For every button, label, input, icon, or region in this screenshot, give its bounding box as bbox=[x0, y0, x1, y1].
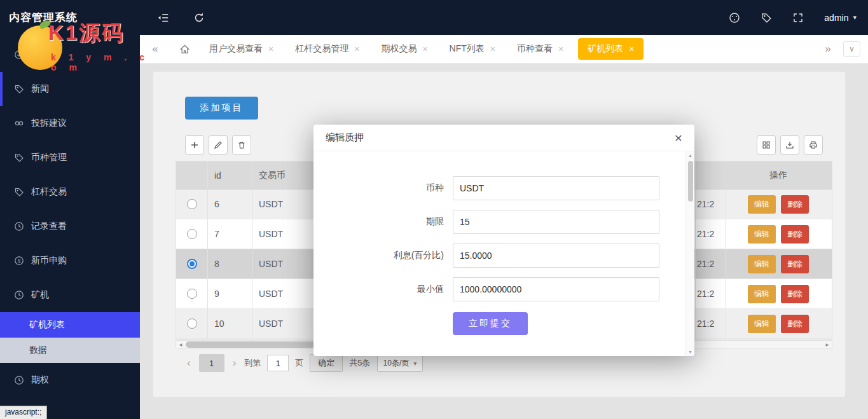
topbar-right-controls: admin ▾ bbox=[729, 0, 857, 35]
sidebar-item[interactable]: 期权 bbox=[0, 363, 140, 397]
cell-id: 7 bbox=[208, 219, 252, 249]
sidebar-item[interactable]: 投拆建议 bbox=[0, 106, 140, 141]
theme-icon[interactable] bbox=[729, 12, 740, 24]
cell-id: 9 bbox=[208, 279, 252, 308]
close-tab-icon[interactable]: × bbox=[558, 45, 563, 53]
fullscreen-icon[interactable] bbox=[792, 12, 804, 24]
close-tab-icon[interactable]: × bbox=[268, 45, 273, 53]
dialog-scrollbar[interactable]: ▲ ▼ bbox=[685, 151, 694, 356]
cell-id: 6 bbox=[208, 189, 252, 219]
cell-time: 21:2 bbox=[696, 279, 726, 308]
close-tab-icon[interactable]: × bbox=[629, 45, 634, 53]
row-radio[interactable] bbox=[187, 259, 197, 269]
delete-button[interactable]: 删除 bbox=[781, 255, 809, 273]
delete-button[interactable]: 删除 bbox=[781, 195, 809, 214]
edit-row-button[interactable] bbox=[209, 135, 228, 155]
close-dialog-icon[interactable]: × bbox=[675, 131, 682, 144]
row-radio[interactable] bbox=[187, 199, 197, 209]
scroll-tabs-right-button[interactable]: » bbox=[818, 43, 837, 55]
tab[interactable]: NFT列表 × bbox=[439, 35, 506, 63]
pagination: ‹ 1 › 到第 页 确定 共5条 10条/页 ▾ bbox=[185, 354, 423, 372]
scroll-right-arrow-icon[interactable]: ► bbox=[823, 342, 832, 348]
filter-columns-button[interactable] bbox=[757, 135, 776, 155]
dialog-scrollbar-thumb[interactable] bbox=[688, 161, 693, 202]
username: admin bbox=[824, 13, 848, 23]
tab-label: NFT列表 bbox=[450, 43, 485, 55]
field-input[interactable] bbox=[453, 277, 659, 301]
delete-button[interactable]: 删除 bbox=[781, 285, 809, 303]
per-page-select[interactable]: 10条/页 ▾ bbox=[377, 354, 424, 372]
sidebar-item[interactable]: 矿机 bbox=[0, 278, 140, 312]
edit-button[interactable]: 编辑 bbox=[748, 285, 776, 303]
dialog-title: 编辑质押 bbox=[326, 132, 364, 144]
cell-id: 8 bbox=[208, 249, 252, 278]
edit-button[interactable]: 编辑 bbox=[748, 225, 776, 244]
caret-down-icon: ▾ bbox=[853, 13, 857, 22]
sidebar-item[interactable]: 管理员 bbox=[0, 38, 140, 72]
scroll-left-arrow-icon[interactable]: ◄ bbox=[176, 342, 185, 348]
goto-label: 到第 bbox=[244, 357, 261, 369]
refresh-icon[interactable] bbox=[191, 0, 207, 35]
add-project-button[interactable]: 添加项目 bbox=[185, 97, 258, 120]
cell-time: 21:2 bbox=[696, 219, 726, 249]
sidebar-item[interactable]: 矿机列表 bbox=[0, 312, 140, 338]
row-radio[interactable] bbox=[187, 229, 197, 239]
edit-button[interactable]: 编辑 bbox=[748, 315, 776, 333]
app-title: 内容管理系统 bbox=[9, 0, 78, 35]
collapse-sidebar-icon[interactable] bbox=[155, 0, 172, 35]
tab[interactable]: 杠杆交易管理 × bbox=[284, 35, 370, 63]
delete-button[interactable]: 删除 bbox=[781, 315, 809, 333]
field-label: 期限 bbox=[313, 216, 453, 228]
delete-button[interactable]: 删除 bbox=[781, 225, 809, 244]
delete-row-button[interactable] bbox=[232, 135, 251, 155]
clock-icon bbox=[14, 290, 24, 300]
field-label: 最小值 bbox=[313, 284, 453, 295]
field-label: 币种 bbox=[313, 182, 453, 194]
field-input[interactable] bbox=[453, 244, 659, 268]
tab-label: 期权交易 bbox=[381, 43, 417, 55]
field-input[interactable] bbox=[453, 176, 659, 200]
sidebar-item-label: 矿机 bbox=[31, 289, 49, 301]
sidebar-item[interactable]: 新闻 bbox=[0, 72, 140, 106]
export-icon bbox=[785, 141, 794, 149]
export-button[interactable] bbox=[780, 135, 799, 155]
sidebar-item-label: 矿机列表 bbox=[29, 319, 65, 331]
close-tab-icon[interactable]: × bbox=[422, 45, 427, 53]
tag-icon bbox=[14, 187, 24, 197]
sidebar-item[interactable]: 币种管理 bbox=[0, 141, 140, 175]
confirm-page-button[interactable]: 确定 bbox=[310, 354, 343, 372]
print-button[interactable] bbox=[804, 135, 823, 155]
field-input[interactable] bbox=[453, 210, 659, 234]
tab[interactable]: 用户交易查看 × bbox=[198, 35, 284, 63]
scroll-up-arrow-icon[interactable]: ▲ bbox=[688, 151, 692, 160]
scroll-down-arrow-icon[interactable]: ▼ bbox=[688, 348, 692, 356]
sidebar-item-label: 投拆建议 bbox=[31, 118, 67, 129]
edit-button[interactable]: 编辑 bbox=[748, 195, 776, 214]
tab[interactable]: 期权交易 × bbox=[370, 35, 438, 63]
tab[interactable]: 币种查看 × bbox=[506, 35, 574, 63]
row-radio[interactable] bbox=[187, 289, 197, 299]
prev-page-button[interactable]: ‹ bbox=[185, 357, 193, 369]
tab-label: 用户交易查看 bbox=[209, 43, 263, 55]
submit-button[interactable]: 立即提交 bbox=[453, 312, 528, 335]
tab-menu-button[interactable]: ∨ bbox=[843, 41, 860, 57]
scroll-tabs-left-button[interactable]: « bbox=[140, 43, 170, 55]
close-tab-icon[interactable]: × bbox=[490, 45, 495, 53]
goto-page-input[interactable] bbox=[267, 355, 289, 371]
svg-text:$: $ bbox=[18, 258, 21, 264]
caret-down-icon: ▾ bbox=[413, 360, 417, 367]
tab[interactable]: 矿机列表 × bbox=[578, 38, 644, 60]
current-page-button[interactable]: 1 bbox=[199, 354, 224, 372]
tag-icon[interactable] bbox=[761, 12, 772, 24]
sidebar-item[interactable]: 数据 bbox=[0, 338, 140, 363]
row-radio[interactable] bbox=[187, 319, 197, 329]
sidebar-item[interactable]: $ 新币申购 bbox=[0, 244, 140, 278]
sidebar-item[interactable]: 记录查看 bbox=[0, 209, 140, 244]
add-row-button[interactable] bbox=[185, 135, 204, 155]
close-tab-icon[interactable]: × bbox=[354, 45, 359, 53]
sidebar-item[interactable]: 杠杆交易 bbox=[0, 175, 140, 209]
next-page-button[interactable]: › bbox=[231, 357, 238, 369]
home-tab[interactable] bbox=[170, 44, 198, 55]
edit-button[interactable]: 编辑 bbox=[748, 255, 776, 273]
user-menu[interactable]: admin ▾ bbox=[824, 13, 857, 23]
